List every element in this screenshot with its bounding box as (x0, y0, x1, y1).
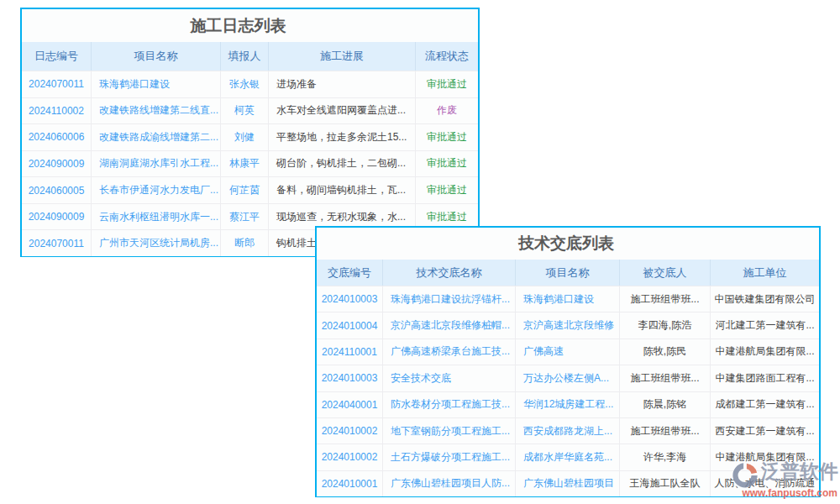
tech-name-link-text: 广佛高速桥梁承台施工技... (391, 344, 510, 359)
log-reporter-link-text: 柯英 (234, 103, 255, 118)
log-id-link[interactable]: 2024070011 (22, 230, 92, 256)
log-progress-text: 水车对全线遮阳网覆盖点进... (269, 98, 416, 124)
column-header: 日志编号 (22, 42, 92, 71)
table-row: 2024110001广佛高速桥梁承台施工技...广佛高速陈牧,陈民中建港航局集团… (317, 339, 819, 365)
log-id-link-text: 2024060005 (29, 185, 85, 197)
tech-unit-text: 中建集团路面工程有... (711, 365, 819, 391)
tech-id-link[interactable]: 2024010002 (317, 444, 383, 470)
tech-panel-title: 技术交底列表 (315, 228, 817, 260)
tech-id-link-text: 2024010003 (322, 293, 378, 305)
log-table-header: 日志编号项目名称填报人施工进展流程状态 (22, 42, 478, 71)
tech-name-link[interactable]: 广东佛山碧桂园项目人防... (383, 471, 516, 496)
log-reporter-link[interactable]: 张永银 (221, 71, 269, 97)
tech-id-link[interactable]: 2024040001 (317, 392, 383, 417)
log-reporter-link[interactable]: 柯英 (221, 98, 269, 124)
log-progress-text-text: 备料，砌间墙钩机排土，瓦... (276, 183, 406, 197)
tech-project-link[interactable]: 广佛高速 (516, 339, 620, 365)
log-project-link-text: 长春市伊通河水力发电厂... (99, 183, 218, 197)
log-status-badge-text: 审批通过 (427, 156, 467, 171)
tech-project-link[interactable]: 广东佛山碧桂园项目 (516, 471, 620, 496)
log-id-link-text: 2024090009 (29, 211, 85, 223)
log-project-link[interactable]: 改建铁路成渝线增建第二... (92, 124, 221, 150)
tech-project-link-text: 华润12城房建工程... (523, 397, 613, 412)
log-project-link[interactable]: 云南水利枢纽潜明水库一... (92, 204, 221, 230)
tech-name-link[interactable]: 地下室钢筋分项工程施工... (383, 418, 516, 444)
tech-id-link[interactable]: 2024010002 (317, 418, 383, 444)
table-row: 2024110002改建铁路线增建第二线直...柯英水车对全线遮阳网覆盖点进..… (22, 97, 478, 124)
tech-receivers-text-text: 陈晨,陈铭 (643, 397, 686, 412)
tech-name-link[interactable]: 安全技术交底 (383, 365, 516, 391)
log-project-link[interactable]: 广州市天河区统计局机房... (92, 230, 221, 256)
log-reporter-link[interactable]: 刘健 (221, 124, 269, 150)
log-id-link[interactable]: 2024060006 (22, 124, 92, 150)
log-project-link-text: 改建铁路线增建第二线直... (99, 103, 218, 118)
log-reporter-link[interactable]: 断郎 (221, 230, 269, 256)
tech-name-link-text: 防水卷材分项工程施工技... (391, 397, 510, 412)
table-row: 2024060005长春市伊通河水力发电厂...何芷茵备料，砌间墙钩机排土，瓦.… (22, 176, 478, 203)
log-progress-text-text: 水车对全线遮阳网覆盖点进... (276, 103, 406, 118)
tech-unit-text: 中建港航局集团有限... (711, 339, 819, 365)
log-status-badge: 审批通过 (416, 177, 478, 203)
tech-project-link-text: 成都水岸华庭名苑... (523, 450, 612, 465)
log-project-link[interactable]: 长春市伊通河水力发电厂... (92, 177, 221, 203)
log-project-link-text: 珠海鹤港口建设 (99, 77, 170, 92)
tech-project-link-text: 京沪高速北京段维修 (523, 318, 614, 333)
tech-id-link-text: 2024010004 (322, 320, 378, 332)
tech-receivers-text-text: 施工班组带班... (630, 292, 699, 307)
tech-project-link[interactable]: 西安成都路龙湖上... (516, 418, 620, 444)
log-id-link[interactable]: 2024090009 (22, 151, 92, 177)
tech-name-link[interactable]: 珠海鹤港口建设抗浮锚杆... (383, 286, 516, 312)
table-row: 2024010003珠海鹤港口建设抗浮锚杆...珠海鹤港口建设施工班组带班...… (317, 286, 819, 312)
log-progress-text-text: 进场准备 (276, 77, 317, 92)
tech-unit-text-text: 西安建工第一建筑有... (715, 424, 814, 438)
log-id-link[interactable]: 2024060005 (22, 177, 92, 203)
log-project-link[interactable]: 改建铁路线增建第二线直... (92, 98, 221, 124)
tech-project-link[interactable]: 华润12城房建工程... (516, 392, 620, 417)
tech-unit-text-text: 中国铁建集团有限公司 (715, 292, 816, 307)
log-reporter-link[interactable]: 蔡江平 (221, 204, 269, 230)
column-header: 项目名称 (516, 260, 620, 286)
log-id-link[interactable]: 2024070011 (22, 71, 92, 97)
tech-id-link-text: 2024110001 (322, 346, 377, 358)
tech-name-link[interactable]: 广佛高速桥梁承台施工技... (383, 339, 516, 365)
tech-name-link[interactable]: 京沪高速北京段维修桩帽... (383, 312, 516, 338)
log-reporter-link-text: 何芷茵 (229, 183, 260, 197)
log-reporter-link[interactable]: 何芷茵 (221, 177, 269, 203)
tech-project-link[interactable]: 京沪高速北京段维修 (516, 312, 620, 338)
table-row: 2024010004京沪高速北京段维修桩帽...京沪高速北京段维修李四海,陈浩河… (317, 312, 819, 338)
tech-id-link[interactable]: 2024010004 (317, 312, 383, 338)
log-id-link[interactable]: 2024110002 (22, 98, 92, 124)
tech-name-link-text: 土石方爆破分项工程施工... (391, 450, 510, 465)
log-project-link[interactable]: 珠海鹤港口建设 (92, 71, 221, 97)
tech-project-link[interactable]: 珠海鹤港口建设 (516, 286, 620, 312)
tech-id-link[interactable]: 2024110001 (317, 339, 383, 365)
log-id-link[interactable]: 2024090009 (22, 204, 92, 230)
tech-name-link-text: 京沪高速北京段维修桩帽... (391, 318, 510, 333)
tech-project-link[interactable]: 万达办公楼左侧A... (516, 365, 620, 391)
tech-name-link-text: 地下室钢筋分项工程施工... (391, 424, 510, 438)
log-project-link-text: 改建铁路成渝线增建第二... (99, 130, 218, 144)
tech-name-link[interactable]: 土石方爆破分项工程施工... (383, 444, 516, 470)
tech-table-header: 交底编号技术交底名称项目名称被交底人施工单位 (317, 260, 819, 286)
tech-name-link-text: 珠海鹤港口建设抗浮锚杆... (391, 292, 510, 307)
table-row: 2024010003安全技术交底万达办公楼左侧A...施工班组带班...中建集团… (317, 365, 819, 391)
tech-id-link[interactable]: 2024010003 (317, 365, 383, 391)
tech-receivers-text-text: 陈牧,陈民 (643, 344, 686, 359)
log-reporter-link[interactable]: 林康平 (221, 151, 269, 177)
log-project-link-text: 云南水利枢纽潜明水库一... (99, 210, 218, 224)
tech-id-link[interactable]: 2024010003 (317, 286, 383, 312)
log-project-link[interactable]: 湖南洞庭湖水库引水工程... (92, 151, 221, 177)
tech-unit-text: 河北建工第一建筑有... (711, 312, 819, 338)
tech-receivers-text-text: 施工班组带班... (630, 371, 699, 386)
tech-receivers-text-text: 许华,李海 (643, 450, 686, 465)
tech-project-link-text: 珠海鹤港口建设 (523, 292, 594, 307)
tech-name-link[interactable]: 防水卷材分项工程施工技... (383, 392, 516, 417)
tech-id-link[interactable]: 2024010001 (317, 471, 383, 496)
log-panel-title: 施工日志列表 (10, 9, 466, 42)
tech-disclosure-panel: 技术交底列表 交底编号技术交底名称项目名称被交底人施工单位 2024010003… (315, 226, 821, 497)
log-progress-text-text: 钩机排土 (276, 236, 317, 250)
log-progress-text: 进场准备 (269, 71, 416, 97)
tech-project-link[interactable]: 成都水岸华庭名苑... (516, 444, 620, 470)
log-project-link-text: 湖南洞庭湖水库引水工程... (99, 156, 218, 171)
tech-unit-text-text: 中建集团路面工程有... (715, 371, 814, 386)
